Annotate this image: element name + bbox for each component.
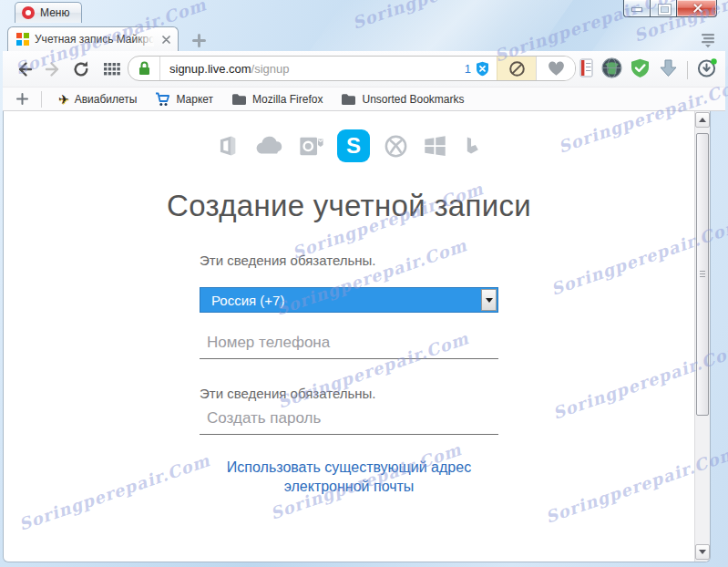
folder-icon	[231, 93, 247, 106]
microsoft-services-row: S	[4, 129, 694, 163]
window-controls	[623, 0, 717, 17]
tab-title: Учетная запись Майкрос	[35, 33, 154, 46]
xbox-icon[interactable]	[383, 133, 409, 160]
divider	[41, 91, 42, 108]
back-button[interactable]	[13, 57, 36, 81]
download-arrow-icon[interactable]	[658, 58, 679, 82]
scroll-down-button[interactable]	[695, 544, 710, 560]
grid-icon	[104, 63, 120, 77]
tab-close-icon[interactable]	[159, 33, 172, 46]
url-path: /signup	[251, 62, 290, 76]
opera-menu-button[interactable]: Меню	[15, 2, 82, 23]
folder-icon	[341, 93, 356, 106]
heart-icon	[548, 61, 565, 77]
cart-icon	[155, 92, 170, 107]
page-frame: S Создание учетной записи Эти сведения о…	[3, 111, 711, 562]
chevron-down-icon	[486, 298, 493, 303]
secure-padlock-icon[interactable]	[128, 57, 159, 80]
add-bookmark-button[interactable]	[10, 90, 34, 108]
reload-button[interactable]	[69, 57, 93, 81]
tab-menu-button[interactable]	[698, 31, 718, 49]
password-input[interactable]	[200, 404, 498, 435]
globe-extension-icon[interactable]	[601, 57, 622, 82]
tab-microsoft-account[interactable]: Учетная запись Майкрос	[7, 26, 179, 51]
browser-window: Меню Учетная запись Майкрос	[0, 0, 728, 567]
windows-icon[interactable]	[422, 133, 448, 159]
country-select-value: Россия (+7)	[200, 293, 481, 308]
notes-extension-icon[interactable]	[579, 58, 593, 81]
watermark: Soringperepair.Com	[350, 0, 546, 33]
reload-icon	[72, 60, 90, 78]
scroll-up-button[interactable]	[695, 112, 710, 128]
country-select[interactable]: Россия (+7)	[200, 287, 498, 313]
tab-list-icon	[700, 32, 716, 48]
close-button[interactable]	[676, 0, 717, 17]
microsoft-favicon	[16, 33, 29, 46]
bookmark-folder-mozilla-firefox[interactable]: Mozilla Firefox	[222, 89, 332, 109]
triangle-up-icon	[699, 118, 706, 122]
blocked-count: 1	[465, 62, 471, 76]
minimize-icon	[632, 8, 641, 11]
skype-icon[interactable]: S	[337, 129, 370, 162]
required-note: Эти сведения обязательны.	[200, 253, 498, 268]
shield-x-badge-icon[interactable]	[475, 61, 490, 77]
menu-button-label: Меню	[40, 6, 69, 19]
bookmarks-bar: ✈ Авиабилеты Маркет Mozilla Firefox Unso…	[3, 88, 725, 111]
page-title: Создание учетной записи	[167, 187, 531, 224]
maximize-icon	[659, 5, 671, 15]
plus-icon	[192, 34, 206, 47]
adguard-shield-icon[interactable]	[631, 58, 650, 82]
url-field[interactable]: signup.live.com/signup 1	[128, 56, 576, 81]
scrollbar-thumb[interactable]	[696, 133, 709, 416]
forward-button[interactable]	[41, 57, 65, 81]
outlook-icon[interactable]	[298, 133, 324, 159]
content-blocker-button[interactable]	[497, 57, 536, 80]
downloads-status-icon[interactable]	[696, 57, 718, 82]
forward-arrow-icon	[44, 60, 62, 78]
url-host: signup.live.com	[169, 62, 251, 76]
onedrive-icon[interactable]	[252, 135, 285, 157]
bookmark-label: Авиабилеты	[75, 93, 138, 106]
plus-icon	[16, 93, 28, 105]
bookmark-label: Unsorted Bookmarks	[362, 93, 464, 106]
speed-dial-button[interactable]	[100, 57, 124, 81]
back-arrow-icon	[15, 60, 34, 78]
phone-input[interactable]	[200, 328, 498, 359]
select-dropdown-button[interactable]	[481, 289, 497, 311]
vertical-scrollbar[interactable]	[694, 111, 710, 562]
office-icon[interactable]	[215, 132, 240, 160]
airplane-icon: ✈	[58, 93, 69, 106]
bookmark-item-aviabilety[interactable]: ✈ Авиабилеты	[49, 89, 146, 109]
use-existing-email-link[interactable]: Использовать существующий адрес электрон…	[199, 458, 499, 496]
bookmark-label: Маркет	[176, 93, 213, 106]
signup-page: S Создание учетной записи Эти сведения о…	[4, 111, 694, 562]
triangle-down-icon	[699, 550, 706, 554]
scrollbar-grip	[700, 271, 705, 278]
opera-logo-icon	[22, 6, 35, 19]
block-icon	[508, 60, 526, 77]
new-tab-button[interactable]	[187, 30, 211, 50]
bookmark-item-market[interactable]: Маркет	[146, 89, 222, 109]
bing-icon[interactable]	[461, 133, 483, 160]
extension-icons	[579, 57, 718, 82]
maximize-button[interactable]	[650, 0, 676, 17]
divider	[687, 61, 688, 79]
required-note-2: Эти сведения обязательны.	[200, 386, 498, 401]
bookmark-heart-button[interactable]	[536, 57, 575, 80]
minimize-button[interactable]	[623, 0, 650, 17]
address-toolbar: signup.live.com/signup 1	[3, 51, 725, 88]
bookmark-label: Mozilla Firefox	[252, 93, 323, 106]
url-text: signup.live.com/signup	[160, 62, 465, 76]
bookmark-folder-unsorted[interactable]: Unsorted Bookmarks	[332, 89, 473, 109]
